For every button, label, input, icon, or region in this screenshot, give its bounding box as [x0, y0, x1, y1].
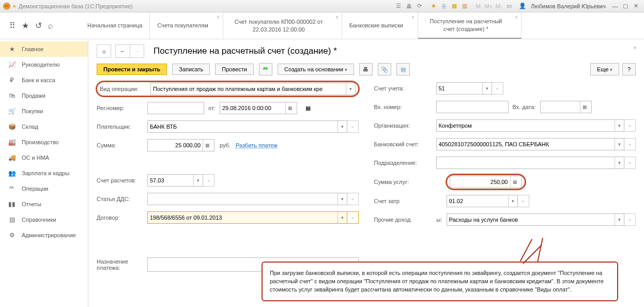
sidebar-item-production[interactable]: 🏭Производство	[0, 134, 88, 150]
minimize-button[interactable]: —	[610, 3, 620, 9]
toolbar-mplus-icon[interactable]: M+	[484, 2, 493, 11]
toolbar-refresh-icon[interactable]: ⟳	[415, 2, 424, 11]
calendar-icon[interactable]: ▦	[285, 102, 295, 114]
vxdata-input[interactable]: . .▦	[540, 101, 592, 113]
close-icon[interactable]: ×	[335, 14, 339, 21]
dds-input[interactable]: ▾	[147, 193, 347, 205]
chevron-down-icon[interactable]: ▾	[508, 195, 517, 207]
chevron-down-icon[interactable]: ▾	[482, 83, 492, 94]
print-button-icon[interactable]: 🖶	[359, 63, 373, 75]
open-ref-icon[interactable]: ▫	[624, 157, 636, 169]
vid-op-input[interactable]: Поступления от продаж по платежным карта…	[150, 83, 356, 95]
mail-button-icon[interactable]: ▤	[396, 63, 410, 75]
tab-bank-statements[interactable]: Банковские выписки×	[342, 12, 418, 39]
chevron-down-icon[interactable]: ▾	[338, 121, 347, 132]
chevron-down-icon[interactable]: ▾	[615, 214, 624, 225]
sch-raschet-input[interactable]: 57.03▾	[147, 174, 203, 187]
username[interactable]: Любимов Валерий Юрьевич	[531, 3, 606, 9]
dup-icon[interactable]: ▦	[301, 102, 315, 114]
bank-input[interactable]: 40502810725000001125, ПАО СБЕРБАНК▾	[436, 138, 625, 150]
history-icon[interactable]: ↺	[35, 21, 42, 30]
split-payment-link[interactable]: Разбить платеж	[236, 142, 278, 148]
open-ref-icon[interactable]: ▫	[624, 138, 636, 150]
toolbar-m-icon[interactable]: M	[473, 2, 483, 11]
save-button[interactable]: Записать	[172, 64, 210, 75]
chevron-down-icon[interactable]: ▾	[338, 193, 347, 205]
search-icon[interactable]: ⌕	[48, 21, 53, 30]
sidebar-item-sales[interactable]: 🛍Продажи	[0, 88, 88, 103]
open-ref-icon[interactable]: ▫	[492, 82, 503, 95]
chevron-down-icon[interactable]: ▾	[338, 212, 347, 223]
tab-invoice-doc[interactable]: Счет покупателю КП00-000002 от 22.03.201…	[223, 12, 342, 39]
sidebar-item-warehouse[interactable]: 📦Склад	[0, 119, 88, 134]
chevron-down-icon[interactable]: ▾	[346, 83, 355, 95]
regnum-input[interactable]	[147, 102, 204, 114]
open-ref-icon[interactable]: ▫	[347, 211, 359, 224]
tab-receipt[interactable]: Поступление на расчетный счет (создание)…	[418, 12, 522, 39]
schetzatr-input[interactable]: 91.02▾	[447, 195, 518, 207]
create-on-basis-button[interactable]: Создать на основании	[278, 64, 354, 75]
sidebar-item-admin[interactable]: ⚙Администрирование	[0, 227, 88, 243]
forward-button[interactable]: →	[130, 44, 144, 58]
post-button[interactable]: Провести	[215, 64, 254, 75]
toolbar-star-icon[interactable]: ★	[429, 2, 438, 11]
more-button[interactable]: Еще	[590, 63, 619, 75]
chevron-down-icon[interactable]: ▾	[193, 175, 203, 186]
sidebar-item-bank[interactable]: ₽Банк и касса	[0, 72, 88, 88]
rashody-input[interactable]: Расходы на услуги банков▾	[447, 213, 625, 226]
toolbar-print-icon[interactable]: 🖶	[404, 2, 413, 11]
star-icon[interactable]: ★	[22, 21, 29, 30]
close-icon[interactable]: ×	[217, 14, 220, 21]
vxnum-input[interactable]	[436, 101, 509, 113]
chevron-down-icon[interactable]: ▾	[615, 139, 624, 150]
chevron-down-icon[interactable]: ▾	[615, 120, 624, 131]
sum-input[interactable]: 25 000,00▦	[147, 139, 214, 151]
toolbar-window-icon[interactable]: ▭	[504, 2, 514, 11]
open-ref-icon[interactable]: ▫	[347, 120, 359, 133]
tab-home[interactable]: Начальная страница	[80, 12, 150, 39]
open-ref-icon[interactable]: ▫	[347, 193, 359, 205]
calc-icon[interactable]: ▦	[510, 176, 519, 188]
open-ref-icon[interactable]: ▫	[624, 119, 636, 132]
calc-icon[interactable]: ▦	[203, 140, 212, 151]
open-ref-icon[interactable]: ▫	[624, 213, 636, 226]
calendar-icon[interactable]: ▦	[580, 101, 589, 113]
open-ref-icon[interactable]: ▫	[518, 195, 529, 207]
sidebar-item-manager[interactable]: 📈Руководителю	[0, 57, 88, 72]
toolbar-link-icon[interactable]: ⎘	[439, 2, 449, 11]
podr-input[interactable]: ▾	[436, 157, 625, 169]
open-ref-icon[interactable]: ▫	[203, 174, 214, 187]
sumusl-input[interactable]: 250,00▦	[450, 176, 522, 188]
sidebar-item-reports[interactable]: ▮▮Отчеты	[0, 196, 88, 212]
post-and-close-button[interactable]: Провести и закрыть	[97, 64, 167, 75]
sidebar-item-assets[interactable]: 🚚ОС и НМА	[0, 150, 88, 165]
sidebar-item-purchases[interactable]: 🛒Покупки	[0, 103, 88, 119]
sidebar-item-main[interactable]: ★Главное	[0, 41, 88, 57]
sidebar-item-hr[interactable]: 👥Зарплата и кадры	[0, 165, 88, 181]
toolbar-calendar-icon[interactable]: ▥	[460, 2, 469, 11]
home-button[interactable]: ⌂	[97, 44, 111, 58]
toolbar-mminus-icon[interactable]: M-	[494, 2, 503, 11]
apps-icon[interactable]: ⠿	[9, 21, 16, 30]
payer-input[interactable]: БАНК ВТБ▾	[147, 120, 347, 133]
org-input[interactable]: Конфетпром▾	[436, 119, 625, 132]
maximize-button[interactable]: ▢	[620, 3, 631, 9]
chevron-down-icon[interactable]: ▾	[615, 157, 624, 168]
toolbar-icon-1[interactable]: ☰	[394, 2, 403, 11]
schet-ucheta-input[interactable]: 51▾	[436, 82, 492, 95]
tab-invoices[interactable]: Счета покупателям×	[150, 12, 223, 39]
attach-button-icon[interactable]: 📎	[378, 63, 391, 75]
close-window-button[interactable]: ✕	[631, 3, 641, 9]
date-input[interactable]: 29.08.2016 0:00:00▦	[220, 102, 297, 114]
close-icon[interactable]: ×	[411, 14, 415, 21]
help-button[interactable]: ?	[622, 63, 636, 75]
sidebar-item-operations[interactable]: ᴬᵏОперации	[0, 181, 88, 196]
back-button[interactable]: ←	[115, 44, 130, 58]
dogovor-input[interactable]: 198/568/6556 от 09.01.2013▾	[147, 211, 347, 224]
close-icon[interactable]: ×	[515, 14, 518, 21]
close-page-button[interactable]: ×	[634, 44, 637, 51]
sidebar-item-catalogs[interactable]: ▤Справочники	[0, 212, 88, 227]
toolbar-calc-icon[interactable]: ▦	[450, 2, 459, 11]
dtkt-icon[interactable]: ᴬᵏ	[259, 63, 272, 75]
rub-label: руб.	[220, 142, 231, 148]
